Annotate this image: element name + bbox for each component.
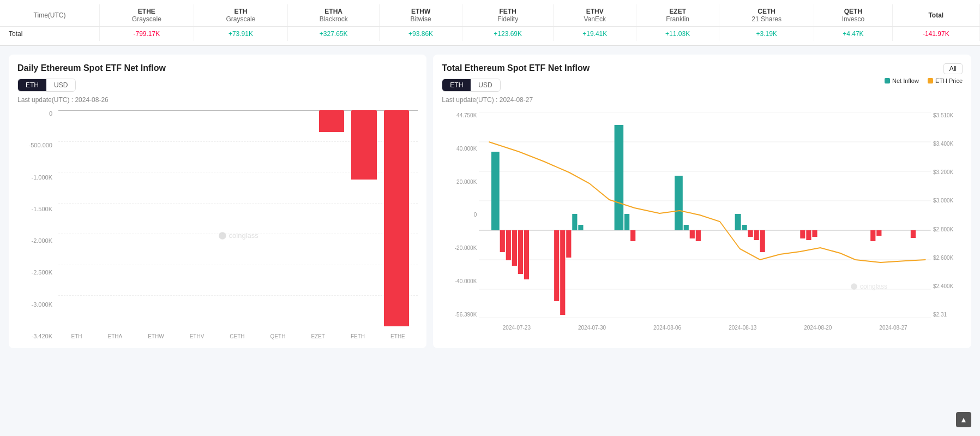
bar-pos-2 xyxy=(573,214,578,230)
table-row: Total-799.17K+73.91K+327.65K+93.86K+123.… xyxy=(0,27,980,41)
bar-neg-16 xyxy=(807,230,811,240)
bar-neg-5 xyxy=(524,230,529,279)
legend-eth-price-label: ETH Price xyxy=(935,77,963,84)
th-ethe: ETHEGrayscale xyxy=(100,4,194,27)
th-total: Total xyxy=(892,4,979,27)
bar-neg-6 xyxy=(554,230,559,301)
left-bars-container xyxy=(58,110,418,326)
left-last-update: Last update(UTC) : 2024-08-26 xyxy=(17,96,418,104)
left-x-axis: ETH ETHA ETHW ETHV CETH QETH EZET FETH E… xyxy=(58,333,418,339)
bar-neg-10 xyxy=(690,230,695,238)
right-chart-controls: All Net Inflow ETH Price xyxy=(885,63,963,86)
bar-ezet xyxy=(319,110,344,132)
bar-pos-7 xyxy=(684,225,689,230)
cell-4: +123.69K xyxy=(462,27,554,41)
bar-pos-3 xyxy=(579,225,584,230)
inflow-table: Time(UTC)ETHEGrayscaleETHGrayscaleETHABl… xyxy=(0,4,980,41)
cell-2: +327.65K xyxy=(288,27,380,41)
left-y-axis: 0 -500.000 -1.000K -1.500K -2.000K -2.50… xyxy=(17,110,56,339)
net-inflow-dot xyxy=(885,78,890,83)
grid-line-3 xyxy=(58,203,418,204)
bar-neg-19 xyxy=(877,230,882,236)
bar-ethe xyxy=(384,110,409,326)
bar-neg-17 xyxy=(813,230,817,237)
eth-price-dot xyxy=(928,78,933,83)
th-etha: ETHABlackrock xyxy=(288,4,380,27)
bar-neg-8 xyxy=(567,230,572,258)
left-toggle-group[interactable]: ETH USD xyxy=(17,79,76,92)
left-toggle-usd[interactable]: USD xyxy=(46,79,75,91)
th-feth: FETHFidelity xyxy=(462,4,554,27)
right-y-axis-left: 44.750K 40.000K 20.000K 0 -20.000K -40.0… xyxy=(442,112,479,318)
th-qeth: QETHInvesco xyxy=(814,4,892,27)
left-chart-panel: Daily Ethereum Spot ETF Net Inflow ETH U… xyxy=(9,55,426,348)
bar-neg-14 xyxy=(760,230,765,252)
left-chart-title: Daily Ethereum Spot ETF Net Inflow xyxy=(17,63,418,73)
right-chart-svg xyxy=(479,112,931,318)
row-label: Total xyxy=(0,27,100,41)
bar-pos-8 xyxy=(735,214,741,230)
right-toggle-eth[interactable]: ETH xyxy=(442,79,471,91)
bar-pos-9 xyxy=(742,225,747,230)
right-chart-header: Total Ethereum Spot ETF Net Inflow ETH U… xyxy=(442,63,963,110)
bar-neg-1 xyxy=(500,230,505,252)
right-last-update: Last update(UTC) : 2024-08-27 xyxy=(442,96,590,104)
bar-neg-12 xyxy=(748,230,753,237)
cell-5: +19.41K xyxy=(554,27,636,41)
cell-0: -799.17K xyxy=(100,27,194,41)
right-bars-svg-container: coinglass xyxy=(479,112,931,318)
th-ceth: CETH21 Shares xyxy=(719,4,814,27)
right-y-axis-right: $3.510K $3.400K $3.200K $3.000K $2.800K … xyxy=(931,112,963,318)
cell-8: +4.47K xyxy=(814,27,892,41)
bar-neg-13 xyxy=(754,230,759,240)
bar-pos-6 xyxy=(675,176,683,230)
right-toggle-usd[interactable]: USD xyxy=(471,79,500,91)
th-ezet: EZETFranklin xyxy=(636,4,719,27)
right-x-axis: 2024-07-23 2024-07-30 2024-08-06 2024-08… xyxy=(479,325,931,331)
bar-pos-5 xyxy=(624,214,629,230)
th-eth: ETHGrayscale xyxy=(194,4,288,27)
cell-3: +93.86K xyxy=(380,27,462,41)
right-chart-panel: Total Ethereum Spot ETF Net Inflow ETH U… xyxy=(433,55,971,348)
bar-pos-1 xyxy=(491,152,500,230)
right-toggle-group[interactable]: ETH USD xyxy=(442,79,500,92)
th-ethv: ETHVVanEck xyxy=(554,4,636,27)
bar-neg-15 xyxy=(801,230,805,238)
th-time(utc): Time(UTC) xyxy=(0,4,100,27)
grid-line-6 xyxy=(58,295,418,296)
bar-neg-2 xyxy=(506,230,511,260)
cell-7: +3.19K xyxy=(719,27,814,41)
bar-neg-9 xyxy=(630,230,635,241)
bar-neg-4 xyxy=(518,230,523,274)
bar-neg-3 xyxy=(512,230,517,266)
th-ethw: ETHWBitwise xyxy=(380,4,462,27)
bar-pos-4 xyxy=(615,125,624,230)
grid-line-5 xyxy=(58,265,418,265)
table-header: Time(UTC)ETHEGrayscaleETHGrayscaleETHABl… xyxy=(0,4,980,27)
legend-net-inflow-label: Net Inflow xyxy=(892,77,919,84)
bar-neg-7 xyxy=(561,230,566,315)
bar-neg-11 xyxy=(696,230,701,241)
bar-feth xyxy=(351,110,376,180)
cell-1: +73.91K xyxy=(194,27,288,41)
charts-section: Daily Ethereum Spot ETF Net Inflow ETH U… xyxy=(0,46,980,357)
cell-9: -141.97K xyxy=(892,27,979,41)
left-chart-area: 0 -500.000 -1.000K -1.500K -2.000K -2.50… xyxy=(17,110,418,339)
grid-line-4 xyxy=(58,234,418,234)
legend-net-inflow: Net Inflow xyxy=(885,77,919,84)
right-chart-area: 44.750K 40.000K 20.000K 0 -20.000K -40.0… xyxy=(442,112,963,331)
cell-6: +11.03K xyxy=(636,27,719,41)
right-chart-title: Total Ethereum Spot ETF Net Inflow xyxy=(442,63,590,73)
chart-legend: Net Inflow ETH Price xyxy=(885,77,963,84)
right-chart-title-block: Total Ethereum Spot ETF Net Inflow ETH U… xyxy=(442,63,590,110)
left-chart-content: coinglass xyxy=(58,110,418,326)
legend-eth-price: ETH Price xyxy=(928,77,963,84)
bar-neg-20 xyxy=(911,230,916,238)
etf-table: Time(UTC)ETHEGrayscaleETHGrayscaleETHABl… xyxy=(0,0,980,46)
left-toggle-eth[interactable]: ETH xyxy=(18,79,46,91)
all-button[interactable]: All xyxy=(943,63,963,74)
bar-neg-18 xyxy=(871,230,876,241)
